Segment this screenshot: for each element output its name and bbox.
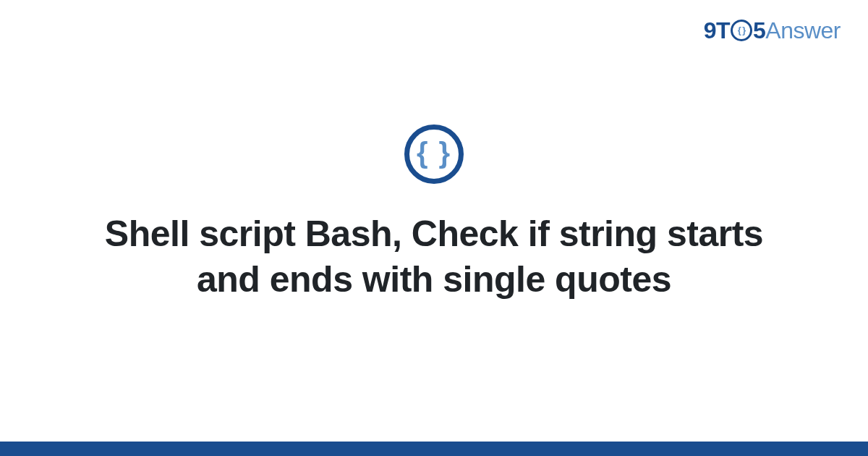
footer-accent-bar (0, 442, 868, 456)
main-content: { } Shell script Bash, Check if string s… (0, 0, 868, 456)
page-title: Shell script Bash, Check if string start… (87, 211, 781, 303)
category-icon-circle: { } (404, 124, 464, 184)
code-braces-icon: { } (417, 138, 451, 167)
